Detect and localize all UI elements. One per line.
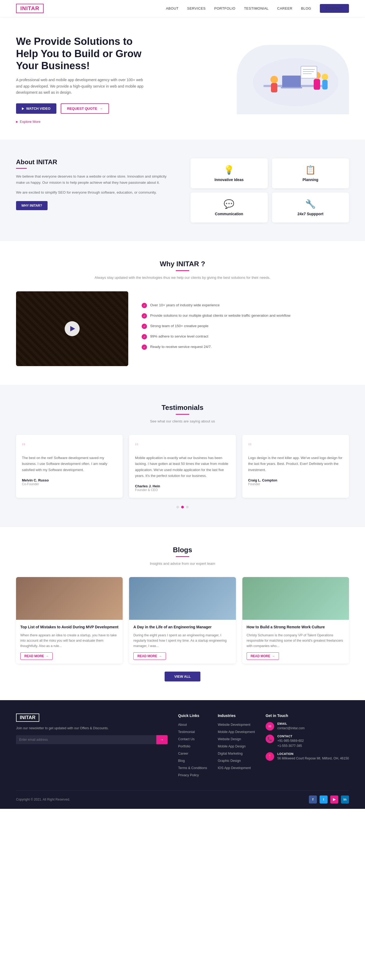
blog-cards: Top List of Mistakes to Avoid During MVP… <box>16 577 349 663</box>
why-underline <box>176 270 189 271</box>
link-about[interactable]: About <box>178 723 187 727</box>
read-more-label-1: READ MORE <box>24 654 44 658</box>
innovative-icon: 💡 <box>196 165 262 175</box>
email-icon: ✉ <box>266 722 274 730</box>
location-icon: 📍 <box>266 752 274 761</box>
testimonial-card-3: " Logo design is the next killer app. We… <box>242 435 349 498</box>
industries-list: Website Development Mobile App Developme… <box>218 722 255 770</box>
nav-testimonial[interactable]: TESTIMONIAL <box>244 6 269 10</box>
why-point-text-3: Strong team of 150+ creative people <box>150 323 209 329</box>
testimonials-subtitle: See what our clients are saying about us <box>16 418 349 424</box>
phone-icon: 📞 <box>266 735 274 743</box>
about-card-communication: 💬 Communication <box>191 192 268 223</box>
footer-quick-links: Quick Links About Testimonial Contact Us… <box>178 713 207 780</box>
ind-mobile-dev[interactable]: Mobile App Development <box>218 730 255 734</box>
link-testimonial[interactable]: Testimonial <box>178 730 195 734</box>
youtube-icon[interactable]: ▶ <box>330 795 338 803</box>
about-card-planning: 📋 Planning <box>272 158 349 188</box>
svg-rect-7 <box>314 79 320 90</box>
testimonial-role-1: Co-Founder <box>22 482 117 486</box>
blog-title-2: A Day in the Life of an Engineering Mana… <box>133 625 231 630</box>
view-all-button[interactable]: VIEW ALL <box>164 671 201 681</box>
footer-email-input[interactable] <box>16 735 156 744</box>
nav-contact-button[interactable]: CONTACT <box>320 4 349 13</box>
why-point-3: ✓ Strong team of 150+ creative people <box>142 323 349 329</box>
read-more-button-2[interactable]: READ MORE → <box>133 652 166 660</box>
footer-brand-text: Join our newsletter to get updated with … <box>16 725 167 731</box>
testimonials-section: Testimonials See what our clients are sa… <box>0 385 365 527</box>
ind-ios-dev[interactable]: IOS App Development <box>218 766 251 770</box>
contact-location-item: 📍 LOCATION 56 Milkweed Court Repose Mt. … <box>266 752 349 761</box>
quote-icon-3: " <box>248 442 343 452</box>
testimonial-role-3: Founder <box>248 482 343 486</box>
why-video[interactable] <box>16 291 128 366</box>
communication-title: Communication <box>196 212 262 216</box>
why-inner: ✓ Over 10+ years of industry wide experi… <box>16 291 349 366</box>
footer-email-submit[interactable]: → <box>156 735 167 744</box>
testimonials-title: Testimonials <box>16 404 349 412</box>
arrow-icon-1: → <box>45 654 49 658</box>
testimonial-text-2: Mobile application is exactly what our b… <box>135 455 230 479</box>
video-play-button[interactable] <box>65 321 80 336</box>
nav-services[interactable]: SERVICES <box>187 6 206 10</box>
read-more-button-1[interactable]: READ MORE → <box>20 652 53 660</box>
ind-web-design[interactable]: Website Design <box>218 737 241 741</box>
location-label: LOCATION <box>277 752 349 756</box>
about-title: About INITAR <box>16 158 174 166</box>
why-point-text-2: Provide solutions to our multiple global… <box>150 313 290 318</box>
linkedin-icon[interactable]: in <box>341 795 349 803</box>
blogs-subtitle: Insights and advice from our expert team <box>16 561 349 566</box>
communication-icon: 💬 <box>196 199 262 209</box>
dot-1[interactable] <box>176 506 179 508</box>
ind-digital-marketing[interactable]: Digital Marketing <box>218 752 242 756</box>
blog-content-1: Top List of Mistakes to Avoid During MVP… <box>16 620 123 663</box>
contact-label: CONTACT <box>277 735 304 738</box>
svg-rect-5 <box>271 83 277 92</box>
svg-point-8 <box>322 74 328 80</box>
why-initar-button[interactable]: WHY INITAR? <box>16 201 48 210</box>
arrow-icon-3: → <box>272 654 275 658</box>
dot-2[interactable] <box>181 506 184 508</box>
why-point-text-5: Ready to receive service request 24/7. <box>150 344 212 350</box>
blog-content-3: How to Build a Strong Remote Work Cultur… <box>242 620 349 663</box>
read-more-button-3[interactable]: READ MORE → <box>247 652 279 660</box>
explore-more-link[interactable]: Explore More <box>16 119 144 124</box>
nav-about[interactable]: ABOUT <box>166 6 179 10</box>
link-privacy[interactable]: Privacy Policy <box>178 773 199 777</box>
nav-career[interactable]: CAREER <box>277 6 292 10</box>
link-portfolio[interactable]: Portfolio <box>178 745 191 748</box>
testimonial-author-3: Craig L. Compton <box>248 478 343 482</box>
facebook-icon[interactable]: f <box>309 795 317 803</box>
read-more-label-2: READ MORE <box>137 654 157 658</box>
list-item: Contact Us <box>178 737 207 741</box>
request-quote-label: REQUEST QUOTE <box>67 107 97 111</box>
blog-title-1: Top List of Mistakes to Avoid During MVP… <box>20 625 118 630</box>
link-career[interactable]: Career <box>178 752 188 756</box>
watch-video-button[interactable]: WATCH VIDEO <box>16 103 56 114</box>
about-para2: We are excited to simplify SEO for every… <box>16 189 174 196</box>
blogs-title: Blogs <box>16 546 349 554</box>
check-icon-4: ✓ <box>142 334 147 339</box>
list-item: Testimonial <box>178 729 207 734</box>
request-quote-button[interactable]: REQUEST QUOTE → <box>61 103 109 114</box>
dot-3[interactable] <box>186 506 189 508</box>
link-contact[interactable]: Contact Us <box>178 737 195 741</box>
nav-blog[interactable]: BLOG <box>301 6 311 10</box>
contact-location-text: LOCATION 56 Milkweed Court Repose Mt. Mi… <box>277 752 349 761</box>
list-item: Mobile App Design <box>218 744 255 748</box>
svg-rect-2 <box>282 76 301 88</box>
ind-mobile-design[interactable]: Mobile App Design <box>218 745 245 748</box>
ind-graphic-design[interactable]: Graphic Design <box>218 759 241 763</box>
blog-excerpt-2: During the eight years I spent as an eng… <box>133 633 231 649</box>
nav-portfolio[interactable]: PORTFOLIO <box>214 6 236 10</box>
twitter-icon[interactable]: t <box>320 795 328 803</box>
check-icon-2: ✓ <box>142 313 147 318</box>
nav-links: ABOUT SERVICES PORTFOLIO TESTIMONIAL CAR… <box>166 4 349 13</box>
link-terms[interactable]: Terms & Conditions <box>178 766 207 770</box>
link-blog[interactable]: Blog <box>178 759 185 763</box>
why-section: Why INITAR ? Always stay updated with th… <box>0 241 365 385</box>
ind-web-dev[interactable]: Website Development <box>218 723 250 727</box>
blog-image-2 <box>129 577 236 620</box>
logo[interactable]: INITAR <box>16 4 43 13</box>
logo-text: INITAR <box>20 5 39 11</box>
